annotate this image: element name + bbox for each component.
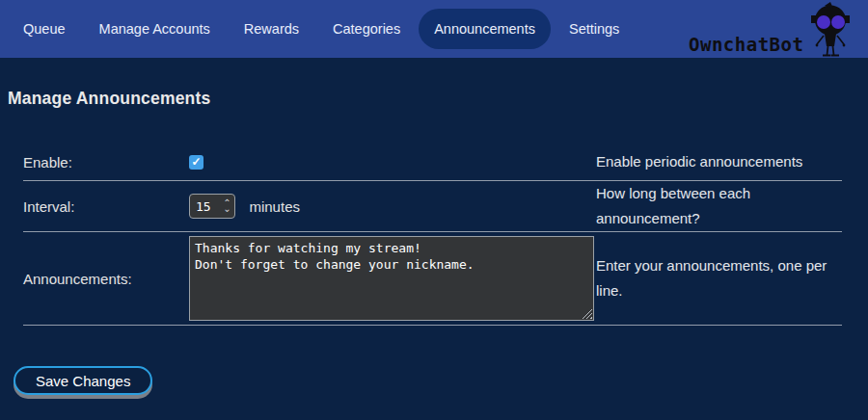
nav-item-manage-accounts[interactable]: Manage Accounts — [84, 9, 226, 49]
nav-item-rewards[interactable]: Rewards — [229, 9, 314, 49]
nav-item-queue[interactable]: Queue — [8, 9, 81, 49]
announcements-settings-form: Enable: ✓ Enable periodic announcements … — [23, 144, 842, 326]
logo-text: OwnchatBot — [689, 34, 803, 55]
spinner-down-icon[interactable]: ⌄ — [223, 206, 231, 212]
enable-checkbox[interactable]: ✓ — [189, 155, 203, 170]
announcements-row: Announcements: Thanks for watching my st… — [23, 232, 842, 326]
enable-row: Enable: ✓ Enable periodic announcements — [23, 144, 842, 181]
nav-item-categories[interactable]: Categories — [317, 9, 416, 49]
announcements-helper-text: Enter your announcements, one per line. — [596, 253, 842, 303]
enable-helper-text: Enable periodic announcements — [596, 149, 842, 174]
interval-helper-text: How long between each announcement? — [596, 181, 842, 231]
page-title: Manage Announcements — [8, 89, 868, 109]
save-changes-button[interactable]: Save Changes — [14, 366, 152, 395]
top-navbar: Queue Manage Accounts Rewards Categories… — [0, 0, 868, 58]
nav-item-announcements[interactable]: Announcements — [419, 9, 551, 49]
interval-spinner[interactable]: ⌃ ⌄ — [221, 196, 233, 217]
announcements-label: Announcements: — [23, 271, 189, 287]
announcements-textarea[interactable]: Thanks for watching my stream! Don't for… — [189, 236, 594, 321]
interval-unit-label: minutes — [249, 198, 300, 215]
interval-row: Interval: ⌃ ⌄ minutes How long between e… — [23, 181, 842, 232]
ownchatbot-logo: OwnchatBot — [689, 0, 854, 58]
nav-item-settings[interactable]: Settings — [554, 9, 635, 49]
robot-icon — [811, 2, 850, 56]
enable-label: Enable: — [23, 154, 189, 171]
interval-label: Interval: — [23, 198, 189, 215]
